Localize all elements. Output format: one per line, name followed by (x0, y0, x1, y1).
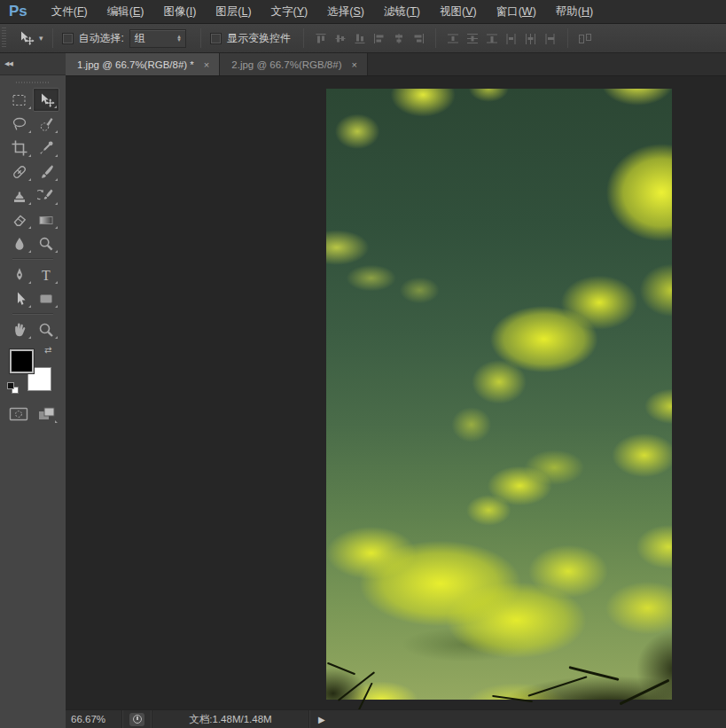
tool-quick-selection[interactable] (33, 112, 59, 136)
auto-align-layers-button[interactable] (575, 28, 595, 48)
separator (435, 28, 436, 48)
menu-type[interactable]: 文字(Y) (262, 0, 318, 23)
menu-view[interactable]: 视图(V) (430, 0, 487, 23)
gradient-icon (37, 211, 55, 229)
collapse-panel-icon: ◀◀ (4, 60, 12, 67)
tool-separator (6, 255, 59, 262)
brush-icon (37, 163, 55, 181)
tool-path-selection[interactable] (6, 286, 33, 310)
branch-silhouette (619, 679, 669, 706)
menu-image[interactable]: 图像(I) (153, 0, 206, 23)
panel-grip[interactable] (16, 82, 50, 83)
show-transform-label: 显示变换控件 (227, 31, 291, 46)
tool-hand[interactable] (6, 317, 33, 341)
close-tab-icon[interactable]: × (349, 59, 358, 70)
align-vertical-centers-button[interactable] (331, 28, 350, 48)
canvas-workspace (66, 76, 726, 709)
document-image[interactable] (326, 89, 672, 700)
foreground-color-swatch[interactable] (10, 349, 34, 373)
lasso-icon (11, 115, 28, 133)
distribute-top-edges-button[interactable] (443, 28, 463, 48)
hand-icon (11, 321, 28, 339)
quick-selection-icon (37, 115, 55, 133)
zoom-icon (37, 321, 55, 339)
history-brush-icon (37, 187, 55, 205)
menu-select[interactable]: 选择(S) (317, 0, 374, 23)
align-top-edges-button[interactable] (311, 28, 331, 48)
tab-title: 1.jpg @ 66.7%(RGB/8#) * (77, 59, 194, 70)
rectangle-shape-icon (37, 290, 55, 308)
branch-silhouette (327, 661, 355, 675)
align-right-edges-button[interactable] (409, 28, 428, 48)
tool-brush[interactable] (33, 160, 59, 184)
panel-empty-space (0, 427, 66, 728)
auto-select-value: 组 (135, 31, 177, 46)
default-colors-icon[interactable] (7, 382, 20, 395)
dropdown-spinner-icon: ▴▾ (177, 35, 181, 42)
align-bottom-edges-button[interactable] (350, 28, 370, 48)
menu-file[interactable]: 文件(F) (42, 0, 98, 23)
document-tab-1[interactable]: 1.jpg @ 66.7%(RGB/8#) * × (66, 53, 220, 75)
tool-type[interactable]: T (33, 262, 59, 286)
pen-icon (11, 266, 28, 284)
dodge-icon (37, 235, 55, 253)
tool-spot-healing-brush[interactable] (6, 160, 33, 184)
path-selection-icon (11, 290, 28, 308)
auto-select-checkbox[interactable] (62, 33, 74, 44)
options-bar: ▾ 自动选择: 组 ▴▾ 显示变换控件 (0, 24, 726, 53)
show-transform-checkbox[interactable] (210, 33, 222, 44)
separator (200, 28, 201, 48)
document-tab-2[interactable]: 2.jpg @ 66.7%(RGB/8#) × (220, 53, 368, 75)
tool-crop[interactable] (6, 136, 33, 160)
tool-rectangular-marquee[interactable] (6, 88, 33, 112)
tool-eraser[interactable] (6, 207, 33, 231)
timing-icon[interactable] (129, 713, 144, 726)
auto-select-dropdown[interactable]: 组 ▴▾ (129, 29, 186, 48)
tool-clone-stamp[interactable] (6, 184, 33, 207)
tool-eyedropper[interactable] (33, 136, 59, 160)
tool-separator (6, 310, 59, 317)
tab-title: 2.jpg @ 66.7%(RGB/8#) (231, 59, 341, 70)
options-bar-grip[interactable] (2, 27, 6, 49)
distribute-right-edges-button[interactable] (541, 28, 560, 48)
screen-mode-button[interactable] (36, 405, 58, 427)
menu-edit[interactable]: 编辑(E) (98, 0, 154, 23)
align-left-edges-button[interactable] (370, 28, 389, 48)
tool-pen[interactable] (6, 262, 33, 286)
quick-mask-button[interactable] (8, 405, 29, 427)
menu-window[interactable]: 窗口(W) (487, 0, 546, 23)
tool-lasso[interactable] (6, 112, 33, 136)
tool-move[interactable] (33, 88, 59, 112)
zoom-level-field[interactable]: 66.67% (66, 710, 122, 728)
spot-healing-brush-icon (11, 163, 28, 181)
distribute-bottom-edges-button[interactable] (482, 28, 502, 48)
distribute-horizontal-centers-button[interactable] (521, 28, 541, 48)
tools-panel-header[interactable]: ◀◀ (0, 53, 66, 75)
tool-gradient[interactable] (33, 207, 59, 231)
document-size-info: 文档:1.48M/1.48M (152, 710, 309, 728)
tools-panel: ◀◀ T (0, 53, 66, 728)
menu-help[interactable]: 帮助(H) (546, 0, 603, 23)
menu-filter[interactable]: 滤镜(T) (374, 0, 430, 23)
swap-colors-icon[interactable]: ⇄ (44, 345, 51, 355)
menu-layer[interactable]: 图层(L) (206, 0, 261, 23)
tool-blur[interactable] (6, 231, 33, 255)
eraser-icon (11, 211, 28, 229)
screen-mode-icon (36, 405, 58, 423)
crop-icon (11, 139, 28, 157)
distribute-left-edges-button[interactable] (502, 28, 521, 48)
clone-stamp-icon (11, 187, 28, 205)
close-tab-icon[interactable]: × (202, 59, 211, 70)
align-horizontal-centers-button[interactable] (389, 28, 409, 48)
distribute-vertical-centers-button[interactable] (463, 28, 482, 48)
main-area: ◀◀ T (0, 53, 726, 728)
blur-icon (11, 235, 28, 253)
tool-zoom[interactable] (33, 317, 59, 341)
active-tool-preset[interactable]: ▾ (17, 29, 43, 47)
type-icon: T (37, 266, 55, 284)
tool-history-brush[interactable] (33, 184, 59, 207)
tool-rectangle-shape[interactable] (33, 286, 59, 310)
rectangular-marquee-icon (11, 91, 28, 109)
status-menu-arrow-icon[interactable]: ▶ (318, 715, 325, 724)
tool-dodge[interactable] (33, 231, 59, 255)
